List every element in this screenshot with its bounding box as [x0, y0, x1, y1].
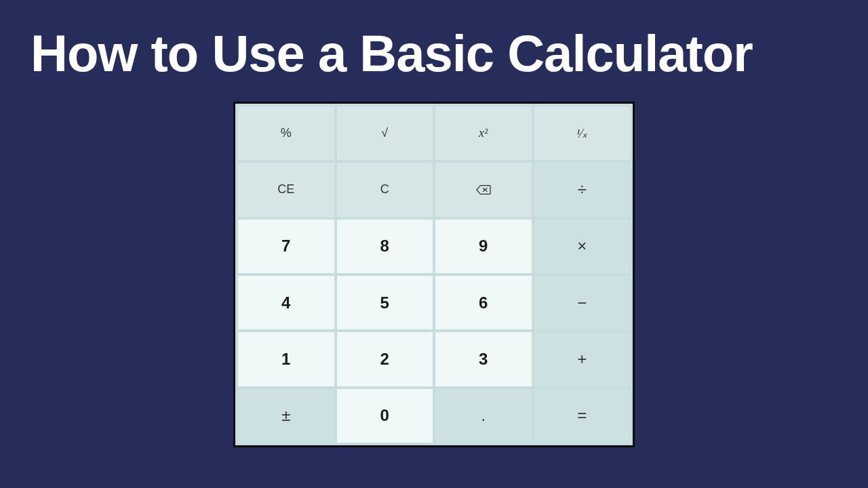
calculator-container: % √ x² ¹⁄ₓ CE C ÷ 7 8 9 × 4 5 6 − 1 2 3 … [0, 102, 868, 447]
digit-2-button[interactable]: 2 [337, 332, 433, 386]
subtract-button[interactable]: − [534, 276, 631, 329]
divide-button[interactable]: ÷ [534, 163, 631, 216]
equals-button[interactable]: = [534, 389, 631, 443]
digit-3-button[interactable]: 3 [435, 332, 532, 386]
reciprocal-button[interactable]: ¹⁄ₓ [534, 106, 631, 160]
percent-button[interactable]: % [238, 106, 334, 160]
decimal-button[interactable]: . [435, 389, 532, 443]
digit-7-button[interactable]: 7 [238, 220, 334, 273]
digit-0-button[interactable]: 0 [337, 389, 433, 443]
digit-6-button[interactable]: 6 [435, 276, 532, 329]
plus-minus-button[interactable]: ± [238, 389, 334, 443]
sqrt-button[interactable]: √ [337, 106, 433, 160]
page-title: How to Use a Basic Calculator [0, 0, 868, 102]
digit-1-button[interactable]: 1 [238, 332, 334, 386]
backspace-button[interactable] [435, 163, 532, 216]
clear-button[interactable]: C [337, 163, 433, 216]
square-button[interactable]: x² [435, 106, 532, 160]
multiply-button[interactable]: × [534, 220, 631, 273]
calculator-keypad: % √ x² ¹⁄ₓ CE C ÷ 7 8 9 × 4 5 6 − 1 2 3 … [233, 102, 635, 447]
add-button[interactable]: + [534, 332, 631, 386]
digit-4-button[interactable]: 4 [238, 276, 334, 329]
digit-9-button[interactable]: 9 [435, 220, 532, 273]
backspace-icon [476, 184, 491, 195]
digit-8-button[interactable]: 8 [337, 220, 433, 273]
clear-entry-button[interactable]: CE [238, 163, 334, 216]
digit-5-button[interactable]: 5 [337, 276, 433, 329]
